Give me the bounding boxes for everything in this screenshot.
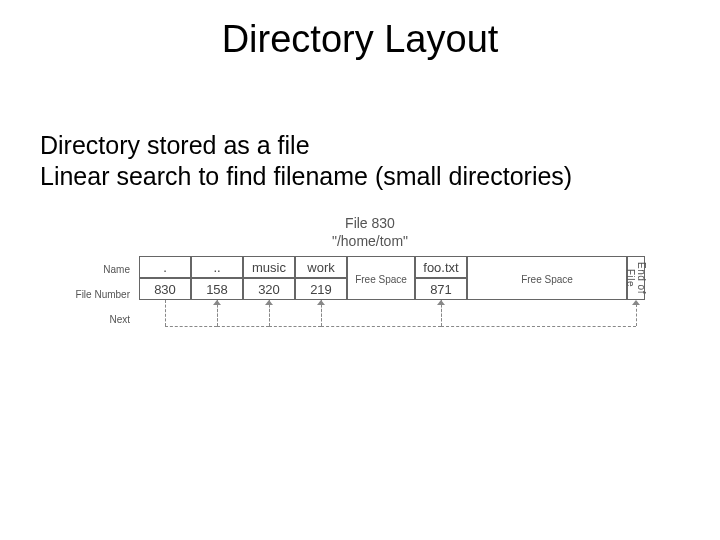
next-pointer (269, 326, 321, 327)
file-header-line1: File 830 (75, 214, 665, 232)
next-pointer (165, 326, 217, 327)
free-space-label: Free Space (347, 274, 415, 285)
next-pointer (217, 326, 269, 327)
label-next: Next (70, 314, 130, 325)
next-pointer (636, 304, 637, 326)
next-pointer (321, 300, 322, 326)
slide: Directory Layout Directory stored as a f… (0, 0, 720, 540)
entry-number: 320 (243, 278, 295, 300)
entry-number: 871 (415, 278, 467, 300)
free-space-label: Free Space (467, 274, 627, 285)
entry-name: .. (191, 256, 243, 278)
next-pointer (321, 326, 441, 327)
next-pointer (165, 300, 166, 326)
next-pointer (441, 300, 442, 326)
end-of-file: End of File (627, 256, 645, 300)
slide-title: Directory Layout (0, 18, 720, 61)
entry-number: 219 (295, 278, 347, 300)
entry-name: foo.txt (415, 256, 467, 278)
label-name: Name (70, 264, 130, 275)
label-file-number: File Number (70, 289, 130, 300)
body-line-1: Directory stored as a file (40, 130, 680, 161)
entry-number: 830 (139, 278, 191, 300)
next-pointer (217, 300, 218, 326)
entry-name: . (139, 256, 191, 278)
next-pointer (441, 326, 636, 327)
entry-name: work (295, 256, 347, 278)
body-line-2: Linear search to find filename (small di… (40, 161, 680, 192)
file-header: File 830 "/home/tom" (75, 214, 665, 250)
arrowhead-icon (632, 300, 640, 305)
slide-body: Directory stored as a file Linear search… (40, 130, 680, 193)
file-header-line2: "/home/tom" (75, 232, 665, 250)
entry-number: 158 (191, 278, 243, 300)
next-pointer (269, 300, 270, 326)
entry-name: music (243, 256, 295, 278)
